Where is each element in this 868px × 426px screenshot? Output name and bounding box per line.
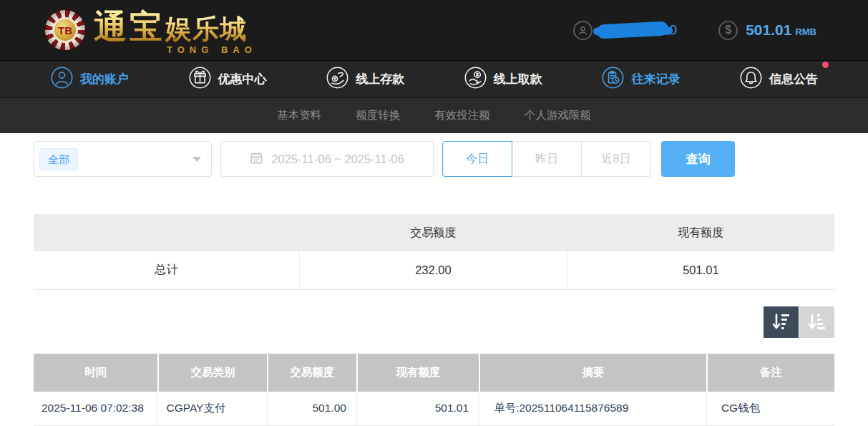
table-row: 2025-11-06 07:02:38 CGPAY支付 501.00 501.0… [34,392,834,426]
record-current-amount: 501.01 [356,392,479,426]
balance-display[interactable]: $ 501.01 RMB [718,21,816,40]
balance-amount: 501.01 [746,21,791,39]
range-button-last-8-days[interactable]: 近8日 [581,141,651,177]
username-display[interactable]: 0 [573,21,678,40]
selected-type-tag[interactable]: 全部 [39,148,78,170]
withdraw-icon [464,66,487,93]
record-remark: CG钱包 [706,392,834,426]
filter-row: 全部 2025-11-06 ~ 2025-11-06 今日 昨日 近8日 查询 [34,141,834,177]
site-logo[interactable]: TB 通宝娱乐城 TONG BAO [44,5,257,55]
gift-icon [188,66,212,93]
records-header-trade-amount: 交易额度 [267,354,356,392]
chip-monogram: TB [52,17,78,43]
summary-table: 交易额度 现有额度 总计 232.00 501.01 [34,214,834,290]
nav-label: 优惠中心 [218,71,267,87]
top-header: TB 通宝娱乐城 TONG BAO 0 $ 501.01 RMB [0,0,868,60]
range-button-today[interactable]: 今日 [442,141,512,177]
record-trade-amount: 501.00 [267,392,356,426]
nav-label: 线上取款 [494,71,542,87]
nav-label: 我的账户 [80,71,129,87]
record-time: 2025-11-06 07:02:38 [34,392,157,426]
subnav-item-credit-transfer[interactable]: 额度转换 [356,108,400,123]
nav-label: 往来记录 [631,71,680,87]
logo-name-primary: 通宝 [94,8,165,45]
summary-header-row: 交易额度 现有额度 [34,214,834,251]
transaction-type-select[interactable]: 全部 [34,141,212,177]
nav-item-transaction-records[interactable]: 往来记录 [601,66,680,93]
main-nav: 我的账户 优惠中心 线上存款 线上取款 往来记录 信息公告 [0,60,868,97]
records-header-remark: 备注 [706,354,834,392]
nav-item-withdraw[interactable]: 线上取款 [464,66,542,93]
record-summary: 单号:202511064115876589 [479,392,706,426]
record-type: CGPAY支付 [157,392,266,426]
user-icon [573,21,593,40]
nav-item-deposit[interactable]: 线上存款 [326,66,404,93]
user-circle-icon [50,66,74,93]
content-area: 全部 2025-11-06 ~ 2025-11-06 今日 昨日 近8日 查询 … [0,133,868,426]
summary-trade-amount-value: 232.00 [300,251,567,289]
nav-label: 线上存款 [356,71,404,87]
records-header-row: 时间 交易类别 交易额度 现有额度 摘要 备注 [34,354,834,392]
logo-name-secondary: 娱乐城 [165,14,247,44]
summary-current-amount-value: 501.01 [567,251,834,289]
records-header-type: 交易类别 [157,354,266,392]
username-redaction-scribble [596,21,668,39]
subnav-item-valid-bets[interactable]: 有效投注额 [434,108,490,123]
header-right: 0 $ 501.01 RMB [573,21,816,40]
subnav-item-basic-info[interactable]: 基本资料 [277,108,321,123]
records-header-summary: 摘要 [479,354,706,392]
account-subnav: 基本资料 额度转换 有效投注额 个人游戏限额 [0,97,868,133]
notification-dot [822,62,829,68]
nav-item-my-account[interactable]: 我的账户 [50,66,129,93]
calendar-icon [250,151,263,168]
balance-currency: RMB [795,23,816,37]
logo-text: 通宝娱乐城 TONG BAO [94,5,257,55]
bell-icon [739,66,763,93]
sort-controls [34,306,834,338]
range-button-yesterday[interactable]: 昨日 [512,141,582,177]
records-header-time: 时间 [34,354,157,392]
records-clipboard-clock-icon [601,66,625,93]
chevron-down-icon [192,157,201,162]
records-header-current-amount: 现有额度 [356,354,479,392]
sort-ascending-button[interactable] [799,306,834,338]
nav-item-promotions[interactable]: 优惠中心 [188,66,267,93]
sort-descending-icon [771,312,791,331]
nav-item-announcements[interactable]: 信息公告 [739,66,818,93]
dollar-icon: $ [718,21,738,40]
poker-chip-logo-icon: TB [44,9,86,51]
sort-descending-button[interactable] [764,306,799,338]
date-range-picker[interactable]: 2025-11-06 ~ 2025-11-06 [220,141,434,177]
summary-header-trade-amount: 交易额度 [300,214,567,251]
sort-ascending-icon [807,312,826,331]
summary-header-empty [34,214,300,251]
quick-range-group: 今日 昨日 近8日 [442,141,651,177]
logo-name-latin: TONG BAO [167,44,257,55]
date-range-value: 2025-11-06 ~ 2025-11-06 [271,153,404,166]
query-button[interactable]: 查询 [661,141,735,177]
summary-total-label: 总计 [34,251,300,289]
deposit-icon [326,66,349,93]
summary-total-row: 总计 232.00 501.01 [34,251,834,289]
summary-header-current-amount: 现有额度 [567,214,834,251]
nav-label: 信息公告 [769,71,818,87]
records-table: 时间 交易类别 交易额度 现有额度 摘要 备注 2025-11-06 07:02… [34,354,834,426]
subnav-item-game-limits[interactable]: 个人游戏限额 [525,108,591,123]
